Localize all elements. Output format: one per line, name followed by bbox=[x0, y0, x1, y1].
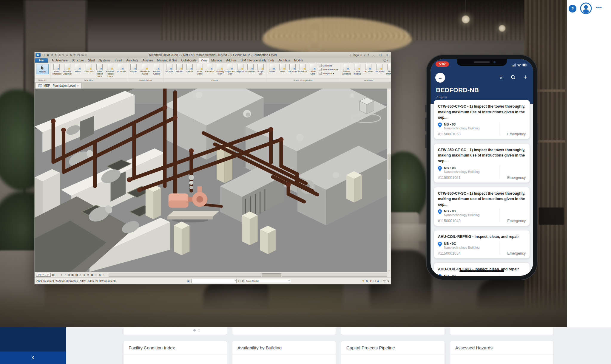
status-bar-icon[interactable]: ❒ bbox=[373, 279, 377, 283]
view-control-icon[interactable]: ▤ bbox=[51, 272, 55, 277]
ribbon-tab[interactable]: Insert bbox=[112, 58, 124, 63]
ribbon-button[interactable]: Scope Box bbox=[255, 63, 266, 75]
status-bar-icon[interactable]: ▼ bbox=[369, 279, 373, 283]
view-control-icon[interactable]: ◈ bbox=[82, 272, 86, 277]
view-tab[interactable]: MEP - Foundation Level ✕ bbox=[36, 83, 82, 89]
editable-icon[interactable]: ▢ bbox=[238, 279, 241, 282]
qat-icon[interactable]: ⇆ bbox=[81, 52, 84, 58]
ribbon-tab[interactable]: Steel bbox=[86, 58, 97, 63]
ribbon-button[interactable]: Sheet bbox=[267, 63, 277, 75]
ribbon-button[interactable]: Thin Lines bbox=[83, 63, 94, 73]
ribbon-tab[interactable]: Architecture bbox=[50, 58, 70, 63]
help-icon[interactable]: ? bbox=[368, 54, 369, 57]
ribbon-button[interactable]: Remove Hidden Lines bbox=[105, 63, 115, 78]
ribbon-options-icon[interactable]: ◯ ▾ bbox=[381, 58, 391, 63]
ribbon-panel-label[interactable]: Select ▾ bbox=[35, 78, 50, 82]
status-bar-icon[interactable]: ▼ bbox=[361, 279, 365, 283]
horizontal-scroll-thumb[interactable] bbox=[262, 273, 281, 276]
work-order-card[interactable]: CTW-350-CF-SC - 1) Inspect the tower tho… bbox=[434, 187, 530, 226]
ribbon-small-button[interactable]: Viewports ▾ bbox=[319, 72, 338, 75]
status-bar-icon[interactable]: ⇅ bbox=[365, 279, 369, 283]
work-order-card[interactable]: CTW-350-CF-SC - 1) Inspect the tower tho… bbox=[434, 100, 530, 139]
view-control-icon[interactable]: ◌ bbox=[94, 272, 98, 277]
view-control-icon[interactable]: ◍ bbox=[67, 272, 71, 277]
view-control-icon[interactable]: ◧ bbox=[71, 272, 75, 277]
design-options-dropdown[interactable]: Main Model ▾ bbox=[245, 279, 291, 283]
revit-title-bar[interactable]: R ❏▣⟲⟳⎙✎A⊕≣▢⇆▾ Autodesk Revit 2020.2 - N… bbox=[35, 52, 391, 58]
ribbon-button[interactable]: Close Inactive bbox=[352, 63, 363, 75]
back-button[interactable]: ← bbox=[435, 73, 445, 83]
add-icon[interactable]: + bbox=[523, 75, 527, 79]
ribbon-button[interactable]: Elevation bbox=[205, 63, 215, 73]
status-bar-icon[interactable]: ◆ bbox=[377, 279, 380, 283]
carousel-dot[interactable] bbox=[198, 329, 200, 332]
dashboard-card-partial[interactable] bbox=[232, 327, 336, 335]
ribbon-button[interactable]: Cut Profile bbox=[115, 63, 126, 73]
ribbon-tab[interactable]: Systems bbox=[97, 58, 112, 63]
file-tab[interactable]: File bbox=[35, 58, 48, 63]
dashboard-card[interactable]: Capital Projects Pipeline bbox=[341, 341, 445, 364]
status-bar-icon[interactable]: ▽ bbox=[383, 279, 386, 283]
ribbon-button[interactable]: Tile Views bbox=[374, 63, 385, 73]
search-icon[interactable] bbox=[511, 75, 515, 79]
work-order-card[interactable]: AHU-COIL-REFRIG - Inspect, clean, and re… bbox=[434, 230, 530, 258]
qat-icon[interactable]: ✎ bbox=[61, 52, 65, 58]
qat-icon[interactable]: ▢ bbox=[76, 52, 81, 58]
filter-icon[interactable] bbox=[499, 76, 503, 79]
ribbon-button[interactable]: Switch Windows bbox=[341, 63, 352, 75]
scroll-down-icon[interactable]: ▼ bbox=[388, 269, 390, 272]
ribbon-button[interactable]: Tab Views bbox=[363, 63, 374, 73]
search-icon[interactable]: ⌕ bbox=[350, 53, 351, 57]
ribbon-tab[interactable]: Archibus bbox=[276, 58, 292, 63]
status-bar-icon[interactable]: ◌ bbox=[380, 279, 383, 283]
view-control-icon[interactable]: ◨ bbox=[75, 272, 78, 277]
ribbon-button[interactable]: Title Block bbox=[287, 63, 297, 75]
ribbon-small-button[interactable]: Matchline bbox=[319, 64, 338, 67]
ribbon-button[interactable]: 3D View bbox=[164, 63, 174, 73]
ribbon-button[interactable]: Drafting View bbox=[215, 63, 225, 75]
ribbon-button[interactable]: View bbox=[277, 63, 287, 75]
qat-icon[interactable]: ⊕ bbox=[69, 52, 72, 58]
ribbon-button[interactable]: User Interface bbox=[385, 63, 391, 75]
dashboard-card[interactable]: Facility Condition Index bbox=[123, 341, 227, 364]
dashboard-card-partial[interactable] bbox=[123, 327, 227, 335]
view-control-icon[interactable]: ▣ bbox=[90, 272, 94, 277]
more-options-button[interactable]: ••• bbox=[596, 5, 602, 10]
ribbon-button[interactable]: Show Hidden Lines bbox=[94, 63, 105, 78]
revit-3d-viewport[interactable]: ▲ ▼ bbox=[35, 89, 391, 272]
ribbon-button[interactable]: Callout bbox=[184, 63, 195, 73]
ribbon-button[interactable]: Plan Views bbox=[195, 63, 205, 75]
view-control-icon[interactable]: ‹ bbox=[102, 272, 106, 277]
ribbon-button[interactable]: Schedules bbox=[245, 63, 255, 73]
qat-icon[interactable]: ⎙ bbox=[58, 52, 61, 58]
ribbon-button[interactable]: View Templates bbox=[51, 63, 62, 75]
view-scale[interactable]: 1/8" = 1'-0" bbox=[36, 273, 51, 277]
close-button[interactable]: ✕ bbox=[385, 54, 390, 57]
dashboard-card-partial[interactable] bbox=[450, 327, 554, 335]
dashboard-card-partial[interactable] bbox=[341, 327, 445, 335]
caret-icon[interactable]: ▾ bbox=[364, 54, 365, 57]
qat-icon[interactable]: ⟳ bbox=[54, 52, 58, 58]
work-order-list[interactable]: CTW-350-CF-SC - 1) Inspect the tower tho… bbox=[431, 100, 533, 276]
ribbon-tab[interactable]: Analyze bbox=[140, 58, 155, 63]
view-control-icon[interactable]: ≋ bbox=[86, 272, 90, 277]
qat-icon[interactable]: ⟲ bbox=[50, 52, 54, 58]
carousel-dots[interactable] bbox=[193, 329, 200, 332]
qat-icon[interactable]: ▾ bbox=[84, 52, 87, 58]
qat-icon[interactable]: ▣ bbox=[46, 52, 50, 58]
ribbon-button[interactable]: Render Gallery bbox=[151, 63, 163, 75]
minimize-button[interactable]: – bbox=[371, 54, 376, 57]
scroll-up-icon[interactable]: ▲ bbox=[388, 89, 390, 91]
ribbon-tab[interactable]: Structure bbox=[70, 58, 86, 63]
ribbon-button[interactable]: Revisions bbox=[297, 63, 308, 75]
home-indicator[interactable] bbox=[459, 270, 504, 272]
view-tab-close-icon[interactable]: ✕ bbox=[77, 84, 79, 87]
ribbon-tab[interactable]: Modify bbox=[292, 58, 305, 63]
work-order-card[interactable]: AHU-COIL-REFRIG - Inspect, clean, and re… bbox=[434, 263, 530, 276]
modify-button[interactable]: Modify bbox=[36, 64, 49, 74]
view-control-icon[interactable]: ⌂ bbox=[78, 272, 82, 277]
ribbon-tab[interactable]: BIM Interoperability Tools bbox=[239, 58, 276, 63]
carousel-dot-active[interactable] bbox=[193, 329, 196, 332]
ribbon-button[interactable]: Section bbox=[174, 63, 184, 73]
view-control-icon[interactable]: ◐ bbox=[55, 272, 59, 277]
